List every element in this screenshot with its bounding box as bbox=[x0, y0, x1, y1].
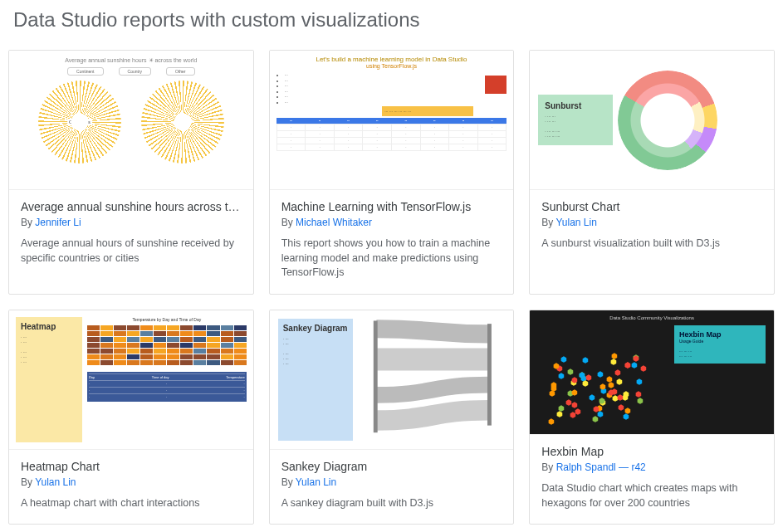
card-description: A sunburst visualization built with D3.j… bbox=[541, 237, 762, 251]
sankey-chart-icon bbox=[360, 319, 506, 441]
card-description: Average annual hours of sunshine receive… bbox=[21, 237, 242, 266]
card-title: Machine Learning with TensorFlow.js bbox=[281, 200, 502, 213]
thumbnail: Heatmap · ···· ···· ···· ···· ··· Temper… bbox=[9, 310, 253, 450]
data-table-icon: ················ ········ ········ ·····… bbox=[276, 118, 507, 151]
report-card-sankey[interactable]: Sankey Diagram · ···· ···· ···· ···· ···… bbox=[269, 310, 515, 525]
author-link[interactable]: Yulan Lin bbox=[296, 476, 336, 488]
author-link[interactable]: Yulan Lin bbox=[555, 217, 596, 228]
report-card-hexbin[interactable]: Data Studio Community Visualizations Hex… bbox=[529, 310, 775, 525]
author-link[interactable]: Ralph Spandl — r42 bbox=[556, 461, 646, 473]
card-byline: By Yulan Lin bbox=[541, 217, 762, 228]
thumbnail: Sunburst · ··· ···· ··· ···· ··· ··· ···… bbox=[530, 51, 774, 190]
card-byline: By Yulan Lin bbox=[281, 476, 502, 488]
page-title: Data Studio reports with custom visualiz… bbox=[13, 8, 775, 32]
chip: Country bbox=[119, 67, 152, 76]
chip: Continent bbox=[67, 67, 103, 76]
card-title: Hexbin Map bbox=[541, 445, 762, 458]
card-title: Heatmap Chart bbox=[21, 460, 242, 473]
author-link[interactable]: Michael Whitaker bbox=[296, 217, 372, 228]
card-title: Average annual sunshine hours across th… bbox=[21, 200, 242, 213]
svg-rect-0 bbox=[373, 320, 377, 432]
card-byline: By Jennifer Li bbox=[21, 217, 242, 228]
report-card-sunburst[interactable]: Sunburst · ··· ···· ··· ···· ··· ··· ···… bbox=[529, 50, 775, 295]
report-card-heatmap[interactable]: Heatmap · ···· ···· ···· ···· ··· Temper… bbox=[8, 310, 254, 525]
thumbnail: Data Studio Community Visualizations Hex… bbox=[530, 310, 774, 436]
card-byline: By Ralph Spandl — r42 bbox=[541, 461, 762, 473]
card-description: This report shows you how to train a mac… bbox=[281, 237, 502, 281]
thumb-header: Average annual sunshine hours ☀ across t… bbox=[65, 57, 197, 64]
card-description: A heatmap chart with chart interactions bbox=[21, 496, 242, 511]
sunburst-chart-icon bbox=[618, 71, 717, 170]
card-byline: By Yulan Lin bbox=[21, 476, 242, 488]
card-title: Sunburst Chart bbox=[541, 200, 762, 213]
chip: Other bbox=[166, 67, 195, 76]
logo-icon bbox=[485, 76, 507, 94]
card-description: A sankey diagram built with D3.js bbox=[281, 496, 502, 511]
thumbnail: Average annual sunshine hours ☀ across t… bbox=[9, 51, 253, 190]
report-card-tensorflow[interactable]: Let's build a machine learning model in … bbox=[269, 50, 515, 295]
svg-rect-1 bbox=[487, 324, 492, 426]
thumbnail: Let's build a machine learning model in … bbox=[270, 51, 514, 190]
radial-chart-icon: Cities bbox=[141, 81, 224, 164]
thumbnail: Sankey Diagram · ···· ···· ···· ···· ··· bbox=[270, 310, 514, 450]
hexbin-map-icon: ⬢⬢⬢⬢⬢⬢⬢⬢⬢⬢⬢⬢⬢⬢⬢⬢⬢⬢⬢⬢⬢⬢⬢⬢⬢⬢⬢⬢⬢⬢⬢⬢⬢⬢⬢⬢⬢⬢⬢⬢… bbox=[546, 352, 658, 427]
card-title: Sankey Diagram bbox=[281, 460, 502, 473]
radial-chart-icon: Countries bbox=[38, 81, 121, 164]
author-link[interactable]: Yulan Lin bbox=[35, 476, 76, 488]
card-description: Data Studio chart which creates maps wit… bbox=[541, 481, 762, 510]
report-card-sunshine[interactable]: Average annual sunshine hours ☀ across t… bbox=[8, 50, 254, 295]
card-byline: By Michael Whitaker bbox=[281, 217, 502, 228]
author-link[interactable]: Jennifer Li bbox=[35, 217, 81, 228]
heatmap-chart-icon bbox=[87, 325, 247, 365]
report-grid: Average annual sunshine hours ☀ across t… bbox=[8, 50, 775, 525]
